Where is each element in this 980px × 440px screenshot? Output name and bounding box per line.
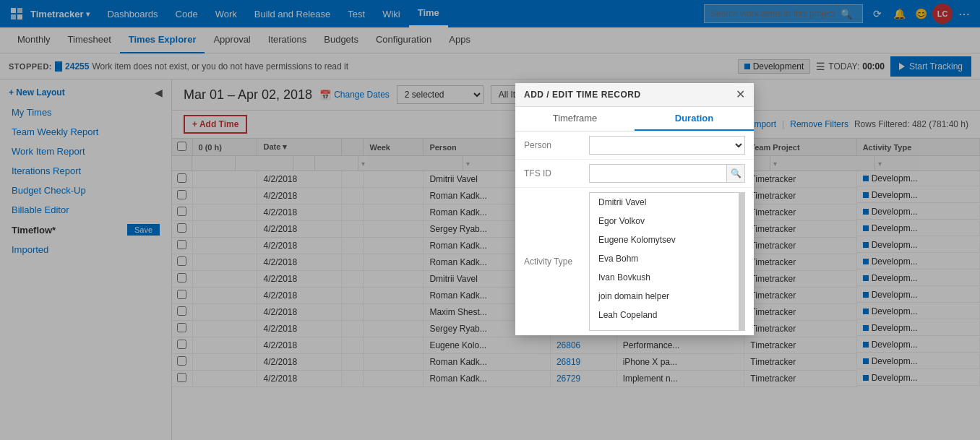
person-select[interactable] <box>589 136 745 155</box>
dropdown-items-wrap: Dmitrii VavelEgor VolkovEugene Kolomytse… <box>590 193 739 330</box>
activity-label: Activity Type <box>524 256 589 267</box>
dropdown-scrollbar[interactable] <box>739 193 744 330</box>
modal-tabs: Timeframe Duration <box>515 107 754 131</box>
modal-close-button[interactable]: ✕ <box>736 89 745 100</box>
tfsid-label: TFS ID <box>524 168 589 178</box>
dropdown-item[interactable]: Egor Volkov <box>590 212 739 230</box>
tab-duration[interactable]: Duration <box>635 107 754 131</box>
modal-title: ADD / EDIT TIME RECORD <box>524 90 641 100</box>
activity-type-row: Activity Type Dmitrii VavelEgor VolkovEu… <box>515 188 754 335</box>
modal-header: ADD / EDIT TIME RECORD ✕ <box>515 83 754 107</box>
dropdown-item[interactable]: Eva Bohm <box>590 249 739 268</box>
person-label: Person <box>524 140 589 150</box>
dropdown-item[interactable]: Ivan Bovkush <box>590 268 739 287</box>
dropdown-list[interactable]: Dmitrii VavelEgor VolkovEugene Kolomytse… <box>589 192 745 331</box>
dropdown-item[interactable]: LOCAL SERVICE <box>590 324 739 330</box>
tfsid-search-button[interactable]: 🔍 <box>726 164 745 183</box>
tfsid-input[interactable] <box>589 164 726 183</box>
modal: ADD / EDIT TIME RECORD ✕ Timeframe Durat… <box>515 83 754 335</box>
modal-overlay: ADD / EDIT TIME RECORD ✕ Timeframe Durat… <box>0 0 980 440</box>
activity-field: Dmitrii VavelEgor VolkovEugene Kolomytse… <box>589 192 745 331</box>
dropdown-item[interactable]: Leah Copeland <box>590 306 739 324</box>
tfsid-field: 🔍 <box>589 164 745 183</box>
dropdown-item[interactable]: Dmitrii Vavel <box>590 193 739 212</box>
dropdown-item[interactable]: join domain helper <box>590 287 739 306</box>
tfsid-row: TFS ID 🔍 <box>515 160 754 188</box>
person-row: Person <box>515 131 754 160</box>
person-field <box>589 136 745 155</box>
modal-body: Person TFS ID 🔍 Activity Type <box>515 131 754 335</box>
dropdown-item[interactable]: Eugene Kolomytsev <box>590 230 739 249</box>
tab-timeframe[interactable]: Timeframe <box>515 107 635 131</box>
